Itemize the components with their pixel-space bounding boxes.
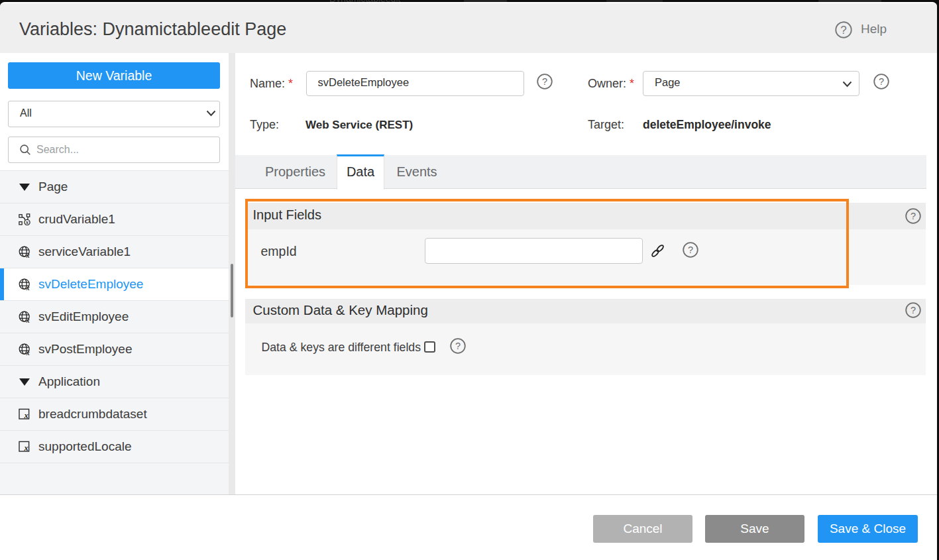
svg-text:x: x <box>26 252 30 258</box>
svg-text:?: ? <box>840 24 846 36</box>
svg-text:?: ? <box>910 305 915 315</box>
svg-text:?: ? <box>542 76 547 87</box>
svg-text:x: x <box>26 284 30 290</box>
svg-text:x: x <box>26 317 30 323</box>
svg-text:?: ? <box>455 341 461 351</box>
svg-text:x: x <box>23 411 28 420</box>
svg-text:x: x <box>26 349 30 355</box>
svg-text:x: x <box>25 219 29 225</box>
svg-text:?: ? <box>879 76 884 87</box>
svg-text:x: x <box>23 443 28 453</box>
svg-text:?: ? <box>910 211 915 221</box>
